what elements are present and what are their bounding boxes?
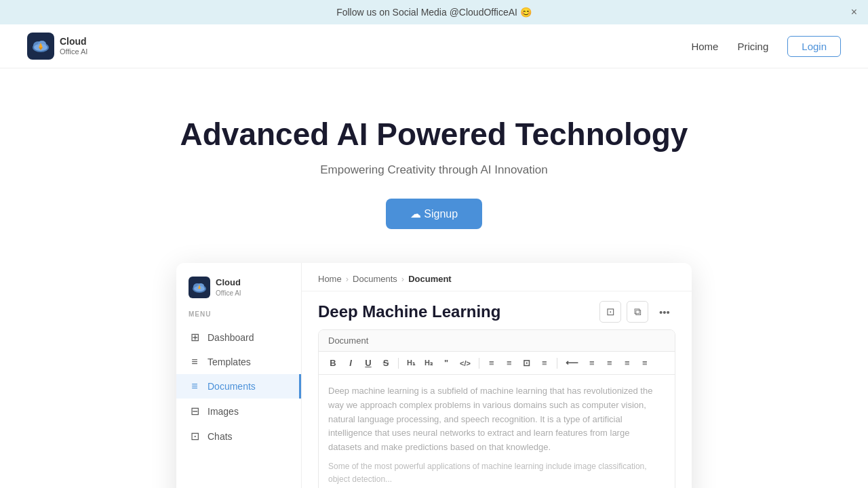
banner-close-button[interactable]: × <box>851 6 857 18</box>
breadcrumb: Home › Documents › Document <box>302 263 692 291</box>
images-icon: ⊟ <box>189 405 201 418</box>
sidebar: Cloud Office AI MENU ⊞ Dashboard ≡ Templ… <box>176 263 302 488</box>
documents-icon: ≡ <box>189 380 201 392</box>
document-title: Deep Machine Learning <box>318 302 500 321</box>
dashboard-icon: ⊞ <box>189 331 201 344</box>
list-ul-button[interactable]: ≡ <box>484 356 499 370</box>
sidebar-item-templates[interactable]: ≡ Templates <box>176 350 301 374</box>
breadcrumb-chevron-2: › <box>401 274 404 284</box>
app-preview: Cloud Office AI MENU ⊞ Dashboard ≡ Templ… <box>0 263 868 488</box>
navbar: Cloud Office AI Home Pricing Login <box>0 24 868 68</box>
banner-text: Follow us on Social Media @CloudOfficeAI… <box>336 7 532 18</box>
bold-button[interactable]: B <box>326 356 340 370</box>
align-justify-button[interactable]: ≡ <box>620 356 635 370</box>
quote-button[interactable]: " <box>439 356 454 370</box>
breadcrumb-current: Document <box>408 274 452 284</box>
nav-links: Home Pricing Login <box>691 36 841 57</box>
content-paragraph-1: Deep machine learning is a subfield of m… <box>328 384 665 455</box>
breadcrumb-home[interactable]: Home <box>318 274 342 284</box>
logo-text: Cloud Office AI <box>60 36 87 56</box>
chats-icon: ⊡ <box>189 430 201 443</box>
align-left-button[interactable]: ⟵ <box>562 356 582 370</box>
sidebar-logo-icon <box>189 277 210 298</box>
editor-tab[interactable]: Document <box>319 330 675 352</box>
hero-subtitle: Empowering Creativity through AI Innovat… <box>14 163 854 177</box>
sidebar-item-label: Images <box>208 406 239 417</box>
strikethrough-button[interactable]: S <box>378 356 393 370</box>
indent-button[interactable]: ≡ <box>537 356 552 370</box>
logo-icon <box>27 33 54 60</box>
checklist-button[interactable]: ⊡ <box>519 356 534 370</box>
h2-button[interactable]: H₂ <box>421 357 436 369</box>
editor-content[interactable]: Deep machine learning is a subfield of m… <box>319 375 675 488</box>
toolbar-separator-2 <box>479 358 479 369</box>
sidebar-item-dashboard[interactable]: ⊞ Dashboard <box>176 325 301 350</box>
align-right-button[interactable]: ≡ <box>602 356 617 370</box>
justify-full-button[interactable]: ≡ <box>637 356 652 370</box>
breadcrumb-documents[interactable]: Documents <box>353 274 397 284</box>
sidebar-logo: Cloud Office AI <box>176 277 301 310</box>
sidebar-item-images[interactable]: ⊟ Images <box>176 399 301 424</box>
sidebar-menu-label: MENU <box>176 310 301 325</box>
document-actions: ⊡ ⧉ ••• <box>599 301 675 323</box>
hero-title: Advanced AI Powered Technology <box>14 116 854 152</box>
toolbar-separator-1 <box>398 358 399 369</box>
nav-pricing-link[interactable]: Pricing <box>737 41 768 52</box>
code-button[interactable]: </> <box>456 357 474 369</box>
save-document-button[interactable]: ⊡ <box>599 301 621 323</box>
editor: Document B I U S H₁ H₂ " </> ≡ ≡ ⊡ ≡ <box>318 329 675 488</box>
list-ol-button[interactable]: ≡ <box>502 356 517 370</box>
breadcrumb-chevron-1: › <box>346 274 349 284</box>
sidebar-item-chats[interactable]: ⊡ Chats <box>176 424 301 449</box>
content-paragraph-2: Some of the most powerful applications o… <box>328 460 665 486</box>
document-header: Deep Machine Learning ⊡ ⧉ ••• <box>302 291 692 329</box>
sidebar-item-label: Dashboard <box>208 332 254 343</box>
preview-window: Cloud Office AI MENU ⊞ Dashboard ≡ Templ… <box>176 263 692 488</box>
sidebar-item-label: Chats <box>208 431 233 442</box>
nav-home-link[interactable]: Home <box>691 41 718 52</box>
signup-button[interactable]: ☁ Signup <box>386 199 482 229</box>
main-content: Home › Documents › Document Deep Machine… <box>302 263 692 488</box>
templates-icon: ≡ <box>189 356 201 368</box>
sidebar-item-label: Templates <box>208 357 251 367</box>
sidebar-item-label: Documents <box>208 381 256 392</box>
copy-document-button[interactable]: ⧉ <box>627 301 648 323</box>
toolbar-separator-3 <box>557 358 557 369</box>
sidebar-logo-text: Cloud Office AI <box>216 277 241 298</box>
sidebar-item-documents[interactable]: ≡ Documents <box>176 374 301 399</box>
login-button[interactable]: Login <box>787 36 841 57</box>
italic-button[interactable]: I <box>343 356 358 370</box>
h1-button[interactable]: H₁ <box>403 357 418 369</box>
underline-button[interactable]: U <box>361 356 376 370</box>
more-options-button[interactable]: ••• <box>654 301 675 323</box>
announcement-banner: Follow us on Social Media @CloudOfficeAI… <box>0 0 868 24</box>
logo: Cloud Office AI <box>27 33 87 60</box>
editor-toolbar: B I U S H₁ H₂ " </> ≡ ≡ ⊡ ≡ ⟵ ≡ <box>319 352 675 375</box>
hero-section: Advanced AI Powered Technology Empowerin… <box>0 68 868 263</box>
align-center-button[interactable]: ≡ <box>585 356 599 370</box>
